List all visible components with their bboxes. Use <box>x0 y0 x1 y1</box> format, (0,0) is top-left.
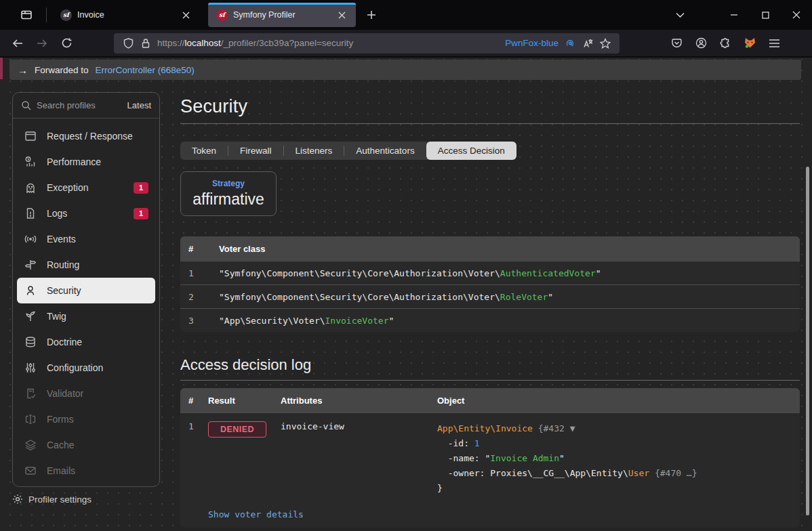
shield-icon[interactable] <box>119 35 137 52</box>
access-decision-log-table: # Result Attributes Object 1 DENIED invo… <box>180 388 800 528</box>
firefox-view-icon[interactable] <box>15 5 38 25</box>
denied-badge: DENIED <box>208 421 266 438</box>
plant-icon <box>24 310 37 322</box>
access-decision-log-title: Access decision log <box>180 356 800 381</box>
page-scrollbar[interactable] <box>806 167 809 515</box>
gear-icon <box>12 494 23 505</box>
performance-icon <box>24 156 37 168</box>
page-title: Security <box>180 96 800 124</box>
search-profiles-input[interactable] <box>37 100 122 110</box>
symfony-favicon: sf <box>60 9 72 21</box>
profiler-sidebar: Latest Request / Response Performance <box>12 92 160 487</box>
profiler-settings-link[interactable]: Profiler settings <box>12 494 92 505</box>
table-row: 1 "Symfony\Component\Security\Core\Autho… <box>180 261 800 284</box>
tab-listeners[interactable]: Listeners <box>284 142 344 160</box>
forwarded-text: Forwarded to <box>35 65 89 75</box>
toolbar-right <box>663 33 785 54</box>
strategy-card: Strategy affirmative <box>180 171 277 216</box>
tab-authenticators[interactable]: Authenticators <box>344 142 426 160</box>
sidebar-item-request-response[interactable]: Request / Response <box>17 123 155 149</box>
close-tab-icon[interactable] <box>178 7 193 22</box>
sidebar-item-emails[interactable]: Emails <box>17 458 155 484</box>
tab-access-decision[interactable]: Access Decision <box>426 142 516 160</box>
table-row: 3 "App\Security\Voter\InvoiceVoter" <box>180 308 800 332</box>
tab-separator <box>46 7 47 22</box>
translate-icon[interactable] <box>579 35 596 52</box>
close-window-icon[interactable] <box>781 0 812 30</box>
tab-invoice[interactable]: sf Invoice <box>52 3 200 27</box>
table-row: 2 "Symfony\Component\Security\Core\Autho… <box>180 284 800 308</box>
layers-icon <box>24 439 37 451</box>
signpost-icon <box>24 259 37 271</box>
account-icon[interactable] <box>690 33 712 54</box>
sidebar-item-twig[interactable]: Twig <box>17 303 155 329</box>
security-tab-bar: Token Firewall Listeners Authenticators … <box>180 142 516 160</box>
attributes-value: invoice-view <box>281 421 437 431</box>
tab-token[interactable]: Token <box>180 142 228 160</box>
sidebar-item-validator[interactable]: Validator <box>17 381 155 406</box>
pocket-icon[interactable] <box>666 33 687 54</box>
sidebar-item-logs[interactable]: Logs 1 <box>17 200 155 226</box>
ghost-icon <box>24 182 37 194</box>
maximize-icon[interactable] <box>750 0 781 30</box>
lock-icon[interactable] <box>137 35 155 52</box>
forwarded-banner: → Forwarded to ErrorController (668e50) <box>9 60 801 80</box>
list-all-tabs-icon[interactable] <box>668 5 691 25</box>
bookmark-star-icon[interactable] <box>596 35 614 52</box>
pwnfox-icon[interactable] <box>739 33 760 54</box>
sidebar-item-doctrine[interactable]: Doctrine <box>17 329 155 355</box>
sidebar-item-security[interactable]: Security <box>17 278 155 303</box>
table-row: 1 DENIED invoice-view App\Entity\Invoice… <box>180 412 800 504</box>
sidebar-item-performance[interactable]: Performance <box>17 149 155 175</box>
symfony-favicon: sf <box>216 9 228 21</box>
edge-accent-strip <box>0 58 3 79</box>
dump-toggle[interactable]: App\Entity\Invoice {#432 ▼ <box>437 421 792 436</box>
browser-window: sf Invoice sf Symfony Profiler <box>0 0 812 531</box>
search-row: Latest <box>13 93 159 119</box>
tab-title: Invoice <box>77 10 173 20</box>
table-header: # Result Attributes Object <box>180 388 800 412</box>
error-controller-link[interactable]: ErrorController (668e50) <box>96 65 195 75</box>
show-voter-details-link[interactable]: Show voter details <box>208 509 304 519</box>
window-controls <box>718 0 812 30</box>
strategy-label: Strategy <box>212 179 245 188</box>
navigation-toolbar: https://localhost/_profiler/3cb39a?panel… <box>0 30 812 57</box>
tab-firewall[interactable]: Firewall <box>228 142 283 160</box>
reload-icon[interactable] <box>56 33 77 54</box>
log-document-icon <box>24 207 37 219</box>
error-count-badge: 1 <box>134 208 148 219</box>
sidebar-item-forms[interactable]: Forms <box>17 406 155 432</box>
error-count-badge: 1 <box>134 182 148 194</box>
voter-class-value: "App\Security\Voter\InvoiceVoter" <box>219 316 792 326</box>
sidebar-item-configuration[interactable]: Configuration <box>17 355 155 381</box>
sidebar-item-exception[interactable]: Exception 1 <box>17 175 155 200</box>
database-icon <box>24 336 37 348</box>
object-dump: App\Entity\Invoice {#432 ▼ -id: 1 -name:… <box>437 421 792 496</box>
new-tab-icon[interactable] <box>361 5 382 25</box>
envelope-icon <box>24 465 37 477</box>
close-tab-icon[interactable] <box>334 7 349 22</box>
tab-strip: sf Invoice sf Symfony Profiler <box>0 0 812 30</box>
extensions-icon[interactable] <box>714 33 736 54</box>
minimize-icon[interactable] <box>718 0 750 30</box>
strategy-value: affirmative <box>192 190 264 209</box>
window-icon <box>24 130 37 142</box>
latest-link[interactable]: Latest <box>127 100 151 110</box>
sidebar-item-routing[interactable]: Routing <box>17 252 155 278</box>
voter-class-table: # Voter class 1 "Symfony\Component\Secur… <box>180 236 800 332</box>
broadcast-icon <box>24 233 37 245</box>
search-icon <box>21 100 31 110</box>
voter-class-value: "Symfony\Component\Security\Core\Authori… <box>219 292 792 302</box>
sidebar-item-cache[interactable]: Cache <box>17 432 155 458</box>
url-text[interactable]: https://localhost/_profiler/3cb39a?panel… <box>157 38 505 48</box>
security-panel: Security Token Firewall Listeners Authen… <box>180 93 800 528</box>
container-label: PwnFox-blue <box>505 38 559 48</box>
menu-icon[interactable] <box>763 33 785 54</box>
url-bar[interactable]: https://localhost/_profiler/3cb39a?panel… <box>114 33 620 54</box>
forward-icon[interactable] <box>31 33 53 54</box>
tab-symfony-profiler[interactable]: sf Symfony Profiler <box>208 3 356 27</box>
sidebar-item-events[interactable]: Events <box>17 226 155 252</box>
fingerprint-icon <box>561 35 579 52</box>
back-icon[interactable] <box>7 33 28 54</box>
profiler-page: → Forwarded to ErrorController (668e50) … <box>0 58 812 531</box>
